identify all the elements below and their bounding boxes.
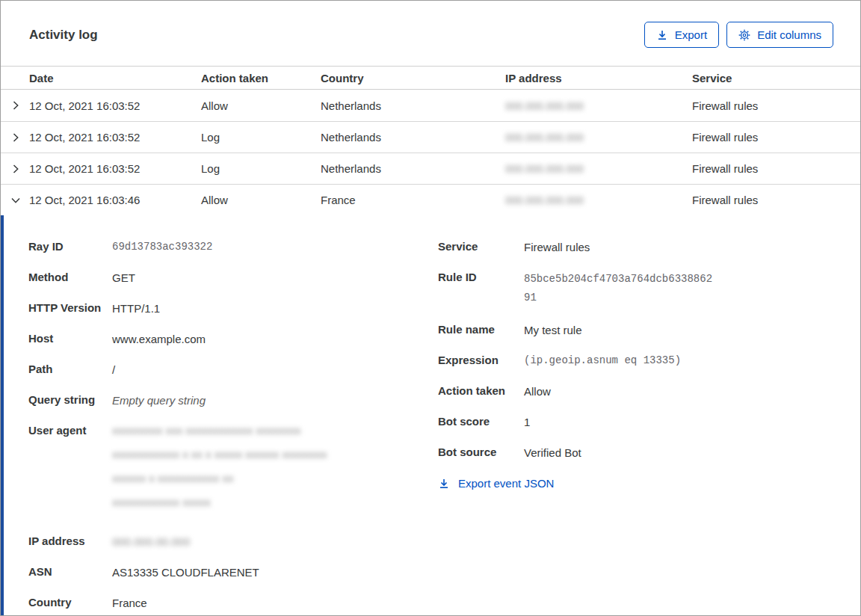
detail-value: France bbox=[112, 595, 147, 611]
row-expand-cell[interactable] bbox=[1, 163, 29, 175]
row-expand-cell[interactable] bbox=[1, 99, 29, 111]
detail-value: AS13335 CLOUDFLARENET bbox=[112, 564, 259, 580]
edit-columns-button-label: Edit columns bbox=[757, 28, 821, 41]
table-row[interactable]: 12 Oct, 2021 16:03:52 Log Netherlands 00… bbox=[1, 121, 860, 153]
row-expand-cell[interactable] bbox=[1, 132, 29, 144]
detail-value: / bbox=[112, 362, 115, 378]
detail-row: Path / bbox=[28, 362, 438, 378]
detail-label: Rule ID bbox=[438, 270, 524, 283]
row-expand-cell[interactable] bbox=[1, 194, 29, 206]
row-country: France bbox=[321, 194, 505, 206]
detail-label: Method bbox=[28, 270, 112, 283]
event-details-panel: Ray ID 69d13783ac393322 Method GET HTTP … bbox=[1, 215, 860, 615]
export-event-json-label: Export event JSON bbox=[458, 477, 554, 490]
edit-columns-button[interactable]: Edit columns bbox=[726, 22, 833, 48]
details-right-column: Service Firewall rules Rule ID 85bce5b20… bbox=[438, 239, 833, 615]
detail-row: User agent xxxxxxxxx xxx xxxxxxxxxxxx xx… bbox=[28, 423, 438, 519]
row-service: Firewall rules bbox=[692, 194, 860, 206]
detail-label: Rule name bbox=[438, 322, 524, 336]
table-row[interactable]: 12 Oct, 2021 16:03:52 Allow Netherlands … bbox=[1, 90, 860, 121]
column-header-action-taken: Action taken bbox=[201, 72, 321, 84]
activity-log-panel: Activity log Export bbox=[0, 0, 861, 616]
detail-label: Host bbox=[28, 331, 112, 345]
detail-label: HTTP Version bbox=[28, 301, 112, 314]
row-ip-address: 000.000.000.000 bbox=[505, 99, 692, 112]
row-action-taken: Log bbox=[201, 131, 321, 144]
detail-row: ASN AS13335 CLOUDFLARENET bbox=[28, 564, 438, 580]
row-date: 12 Oct, 2021 16:03:52 bbox=[29, 131, 201, 144]
detail-label: Service bbox=[438, 239, 524, 253]
download-icon bbox=[438, 478, 450, 490]
chevron-right-icon[interactable] bbox=[10, 132, 22, 144]
header-bar: Activity log Export bbox=[1, 1, 860, 66]
column-header-country: Country bbox=[321, 72, 505, 84]
detail-value: Empty query string bbox=[112, 392, 206, 408]
row-country: Netherlands bbox=[321, 131, 505, 144]
gear-icon bbox=[738, 29, 750, 41]
detail-value: xxxxxxxxx xxx xxxxxxxxxxxx xxxxxxxxxxxxx… bbox=[112, 423, 327, 519]
detail-label: Query string bbox=[28, 392, 112, 406]
detail-row: Service Firewall rules bbox=[438, 239, 833, 255]
table-body: 12 Oct, 2021 16:03:52 Allow Netherlands … bbox=[1, 90, 860, 215]
detail-label: Expression bbox=[438, 353, 524, 366]
detail-value: (ip.geoip.asnum eq 13335) bbox=[524, 353, 681, 369]
chevron-down-icon[interactable] bbox=[10, 194, 22, 206]
detail-row: Country France bbox=[28, 595, 438, 611]
download-icon bbox=[656, 29, 668, 41]
detail-row: Rule ID 85bce5b204cf4703a764dcb633886291 bbox=[438, 270, 833, 307]
detail-row: Bot score 1 bbox=[438, 414, 833, 430]
export-button[interactable]: Export bbox=[644, 22, 719, 48]
detail-row: Bot source Verified Bot bbox=[438, 445, 833, 461]
header-actions: Export bbox=[644, 22, 833, 48]
row-action-taken: Allow bbox=[201, 99, 321, 112]
table-header-row: Date Action taken Country IP address Ser… bbox=[1, 66, 860, 90]
row-ip-address: 000.000.000.000 bbox=[505, 194, 692, 206]
row-country: Netherlands bbox=[321, 162, 505, 175]
detail-label: Country bbox=[28, 595, 112, 609]
export-button-label: Export bbox=[675, 28, 707, 41]
detail-value: 000.000.00.000 bbox=[112, 534, 190, 549]
table-row[interactable]: 12 Oct, 2021 16:03:52 Log Netherlands 00… bbox=[1, 153, 860, 184]
detail-row: IP address 000.000.00.000 bbox=[28, 534, 438, 549]
detail-value: Verified Bot bbox=[524, 445, 581, 461]
chevron-right-icon[interactable] bbox=[10, 99, 22, 111]
row-country: Netherlands bbox=[321, 99, 505, 112]
detail-label: IP address bbox=[28, 534, 112, 547]
column-header-ip-address: IP address bbox=[505, 72, 692, 84]
chevron-right-icon[interactable] bbox=[10, 163, 22, 175]
detail-value: 85bce5b204cf4703a764dcb633886291 bbox=[524, 270, 714, 307]
details-left-column: Ray ID 69d13783ac393322 Method GET HTTP … bbox=[28, 239, 438, 615]
column-header-date: Date bbox=[29, 72, 201, 84]
detail-label: User agent bbox=[28, 423, 112, 437]
detail-row: Host www.example.com bbox=[28, 331, 438, 347]
detail-label: Bot source bbox=[438, 445, 524, 458]
detail-label: Action taken bbox=[438, 384, 524, 397]
detail-row: Query string Empty query string bbox=[28, 392, 438, 408]
export-event-json-link[interactable]: Export event JSON bbox=[438, 477, 554, 490]
detail-row: Rule name My test rule bbox=[438, 322, 833, 338]
row-date: 12 Oct, 2021 16:03:52 bbox=[29, 162, 201, 175]
row-action-taken: Log bbox=[201, 162, 321, 175]
row-action-taken: Allow bbox=[201, 194, 321, 206]
column-header-service: Service bbox=[692, 72, 860, 84]
row-service: Firewall rules bbox=[692, 99, 860, 112]
row-service: Firewall rules bbox=[692, 131, 860, 144]
detail-row: Ray ID 69d13783ac393322 bbox=[28, 239, 438, 255]
row-service: Firewall rules bbox=[692, 162, 860, 175]
detail-row: HTTP Version HTTP/1.1 bbox=[28, 301, 438, 316]
table-row[interactable]: 12 Oct, 2021 16:03:46 Allow France 000.0… bbox=[1, 184, 860, 215]
detail-row: Expression (ip.geoip.asnum eq 13335) bbox=[438, 353, 833, 369]
detail-label: Bot score bbox=[438, 414, 524, 428]
detail-label: Path bbox=[28, 362, 112, 375]
row-date: 12 Oct, 2021 16:03:46 bbox=[29, 194, 201, 206]
detail-label: Ray ID bbox=[28, 239, 112, 253]
page-title: Activity log bbox=[29, 28, 98, 43]
detail-value: 69d13783ac393322 bbox=[112, 239, 212, 255]
detail-value: HTTP/1.1 bbox=[112, 301, 160, 316]
detail-row: Action taken Allow bbox=[438, 384, 833, 399]
detail-value: www.example.com bbox=[112, 331, 206, 347]
detail-value: Allow bbox=[524, 384, 551, 399]
detail-value: 1 bbox=[524, 414, 530, 430]
detail-label: ASN bbox=[28, 564, 112, 578]
detail-value: My test rule bbox=[524, 322, 582, 338]
